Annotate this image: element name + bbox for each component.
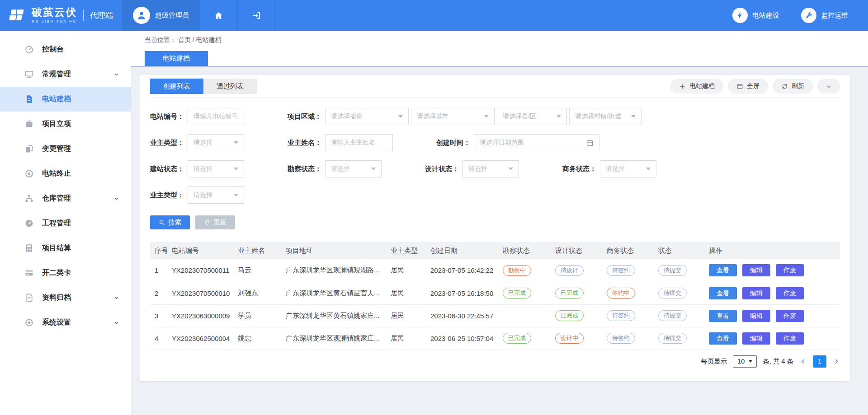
home-button[interactable] [200, 0, 238, 31]
sidebar-item-9[interactable]: 开二类卡 [0, 261, 131, 285]
cell-index: 4 [150, 327, 167, 350]
logout-button[interactable] [238, 0, 276, 31]
view-button[interactable]: 查看 [709, 287, 737, 299]
filter-owner-type-2: 业主类型： 请选择 [150, 187, 244, 204]
edit-button[interactable]: 编辑 [742, 332, 770, 345]
chevron-down-icon [113, 196, 119, 201]
filter-owner-name: 业主姓名： 请输入业主姓名 [288, 134, 393, 151]
sidebar-item-8[interactable]: 项目结算 [0, 236, 131, 261]
sidebar-item-3[interactable]: 项目立项 [0, 112, 131, 136]
reset-button[interactable]: 重置 [195, 215, 235, 229]
per-page-select[interactable]: 10 [733, 355, 757, 368]
page-tab[interactable]: 电站建档 [145, 51, 208, 66]
avatar [133, 7, 150, 24]
status-badge: 已完成 [555, 288, 584, 298]
sidebar-item-11[interactable]: 系统设置 [0, 310, 131, 335]
void-button[interactable]: 作废 [776, 264, 804, 276]
quick-nav-1[interactable]: 监控运维 [801, 8, 848, 23]
status-select-3[interactable]: 请选择 [600, 160, 656, 177]
status-badge: 待提交 [658, 333, 687, 344]
brand-divider [83, 9, 84, 21]
edit-button[interactable]: 编辑 [742, 264, 770, 276]
column-header: 业主类型 [386, 242, 426, 259]
cell-index: 3 [150, 304, 167, 327]
tab-0[interactable]: 创建列表 [150, 79, 203, 94]
cell-actions: 查看编辑作废 [704, 304, 840, 327]
view-button[interactable]: 查看 [709, 332, 737, 345]
status-badge: 待签约 [607, 265, 635, 276]
status-badge: 待签约 [607, 333, 635, 344]
user-menu[interactable]: 超级管理员 [122, 0, 200, 31]
station-no-input[interactable]: 请输入电站编号 [188, 108, 244, 125]
search-icon [159, 219, 165, 226]
cell-design: 待设计 [551, 259, 602, 282]
void-button[interactable]: 作废 [776, 310, 804, 322]
sidebar-item-5[interactable]: 电站终止 [0, 161, 131, 186]
gauge-icon [24, 219, 34, 228]
edit-button[interactable]: 编辑 [742, 310, 770, 322]
sidebar-item-4[interactable]: 变更管理 [0, 136, 131, 161]
toolbar-fullscreen-button[interactable]: 全屏 [728, 79, 768, 93]
created-time-input[interactable]: 请选择日期范围 [474, 134, 599, 151]
sidebar-item-2[interactable]: 电站建档 [0, 87, 131, 112]
current-page-button[interactable]: 1 [813, 355, 826, 368]
dashboard-icon [24, 45, 34, 54]
owner-type-select[interactable]: 请选择 [188, 134, 244, 151]
toolbar-chevron-down-button[interactable] [817, 79, 840, 93]
brand-title: 破茧云伏 [32, 7, 77, 18]
region-select-1[interactable]: 请选择城市 [411, 108, 495, 125]
status-select-1[interactable]: 请选择 [325, 160, 382, 177]
region-select-3[interactable]: 请选择村镇/街道 [569, 108, 642, 125]
view-button[interactable]: 查看 [709, 310, 737, 322]
column-header: 勘察状态 [498, 242, 551, 259]
cell-station_no: YX2023063000009 [167, 304, 233, 327]
prev-page-button[interactable] [799, 358, 807, 365]
chevron-right-icon [832, 358, 840, 365]
cell-owner: 学员 [233, 304, 281, 327]
cell-owner: 马云 [233, 259, 281, 282]
region-select-2[interactable]: 请选择县/区 [497, 108, 567, 125]
breadcrumb-prefix: 当前位置： [145, 36, 176, 43]
next-page-button[interactable] [832, 358, 840, 365]
sidebar-item-10[interactable]: 资料归档 [0, 285, 131, 310]
filter-created-time: 创建时间： 请选择日期范围 [436, 134, 599, 151]
cell-business: 待签约 [602, 304, 654, 327]
status-badge: 已完成 [503, 288, 531, 298]
status-badge: 待提交 [658, 310, 687, 321]
edit-button[interactable]: 编辑 [742, 287, 770, 299]
sidebar-item-0[interactable]: 控制台 [0, 37, 131, 62]
breadcrumb-separator: / [193, 36, 194, 43]
void-button[interactable]: 作废 [776, 332, 804, 345]
panel-tabs: 创建列表通过列表 [150, 79, 257, 94]
search-button[interactable]: 搜索 [150, 215, 190, 229]
breadcrumb-current: 电站建档 [196, 36, 222, 43]
void-button[interactable]: 作废 [776, 287, 804, 299]
column-header: 业主姓名 [233, 242, 281, 259]
sidebar-item-7[interactable]: 工程管理 [0, 211, 131, 236]
status-select-0[interactable]: 请选择 [188, 160, 244, 177]
toolbar-plus-button[interactable]: 电站建档 [670, 79, 723, 93]
breadcrumb-home-link[interactable]: 首页 [178, 36, 191, 43]
per-page-label: 每页显示 [701, 357, 727, 366]
sidebar-item-label: 电站终止 [42, 169, 71, 178]
tab-1[interactable]: 通过列表 [203, 79, 257, 94]
cell-station_no: YX2023062500004 [167, 327, 233, 350]
cell-business: 签约中 [602, 282, 654, 304]
quick-nav-0[interactable]: 电站建设 [732, 8, 779, 23]
column-header: 状态 [654, 242, 704, 259]
sidebar-item-1[interactable]: 常规管理 [0, 62, 131, 87]
cell-address: 广东深圳龙华区黄石镇星官大... [281, 282, 386, 304]
filter-status-2: 设计状态：请选择 [425, 160, 519, 177]
refresh-icon [781, 83, 788, 90]
toolbar-refresh-button[interactable]: 刷新 [773, 79, 813, 93]
owner-name-input[interactable]: 请输入业主姓名 [325, 134, 393, 151]
filter-status-1: 勘察状态：请选择 [288, 160, 382, 177]
caret-down-icon [371, 168, 376, 170]
bolt-icon [736, 11, 744, 19]
sidebar-item-6[interactable]: 仓库管理 [0, 186, 131, 211]
region-select-0[interactable]: 请选择省份 [325, 108, 409, 125]
view-button[interactable]: 查看 [709, 264, 737, 276]
status-select-2[interactable]: 请选择 [462, 160, 519, 177]
panel-toolbar: 电站建档全屏刷新 [670, 79, 840, 93]
owner-type-2-select[interactable]: 请选择 [188, 187, 244, 204]
